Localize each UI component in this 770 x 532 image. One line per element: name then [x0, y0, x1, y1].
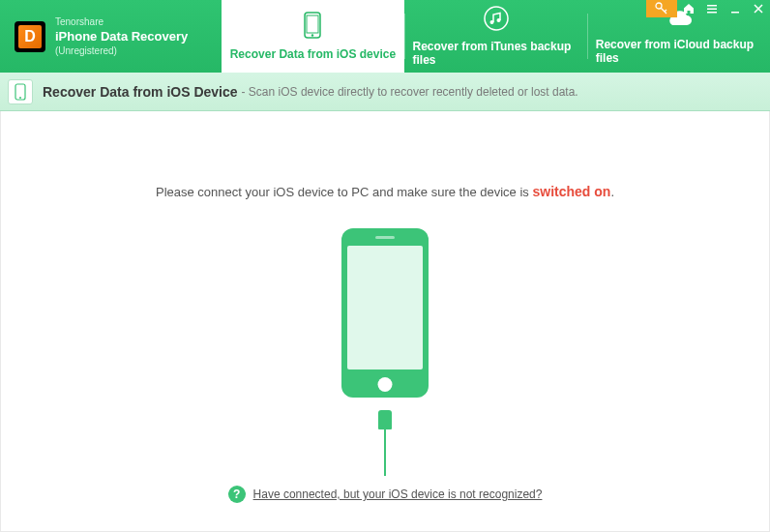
- svg-rect-8: [707, 9, 717, 11]
- svg-rect-9: [707, 12, 717, 14]
- minimize-button[interactable]: [724, 0, 747, 17]
- menu-button[interactable]: [700, 0, 724, 17]
- phone-icon: [303, 12, 322, 42]
- register-key-button[interactable]: [646, 0, 677, 17]
- phone-speaker: [375, 236, 395, 239]
- tab-recover-ios-device[interactable]: Recover Data from iOS device: [222, 0, 403, 73]
- svg-rect-10: [731, 12, 739, 14]
- key-icon: [655, 2, 668, 15]
- menu-icon: [706, 3, 718, 15]
- minimize-icon: [729, 3, 741, 15]
- brand-status: (Unregistered): [55, 45, 188, 56]
- cable-line: [384, 429, 386, 476]
- subheader-desc: - Scan iOS device directly to recover re…: [242, 85, 578, 99]
- brand-product: iPhone Data Recovery: [55, 29, 188, 44]
- main-wrap: Recover Data from iOS Device - Scan iOS …: [0, 73, 770, 532]
- svg-point-5: [496, 18, 500, 22]
- close-button[interactable]: [747, 0, 770, 17]
- close-icon: [753, 3, 764, 15]
- window-controls: [646, 0, 770, 17]
- brand-section: D Tenorshare iPhone Data Recovery (Unreg…: [0, 0, 222, 73]
- subheader: Recover Data from iOS Device - Scan iOS …: [0, 73, 770, 111]
- subheader-title: Recover Data from iOS Device: [43, 84, 238, 100]
- brand-company: Tenorshare: [55, 16, 188, 27]
- svg-rect-1: [307, 15, 318, 33]
- brand-logo-icon: D: [15, 21, 45, 52]
- brand-icon-letter: D: [18, 25, 42, 48]
- home-icon: [683, 3, 695, 15]
- tab-label: Recover Data from iOS device: [230, 47, 396, 61]
- cable-illustration: [378, 402, 392, 476]
- connect-msg-highlight: switched on: [532, 184, 610, 199]
- phone-body: [341, 228, 429, 398]
- svg-point-3: [485, 7, 508, 30]
- help-icon: ?: [228, 486, 246, 503]
- svg-point-12: [19, 97, 21, 99]
- footer-help: ? Have connected, but your iOS device is…: [0, 486, 770, 503]
- tab-recover-itunes-backup[interactable]: Recover from iTunes backup files: [405, 0, 587, 73]
- svg-point-2: [311, 34, 313, 36]
- tab-label: Recover from iTunes backup files: [413, 40, 579, 67]
- phone-illustration: [341, 228, 429, 476]
- svg-rect-7: [707, 5, 717, 7]
- connect-message: Please connect your iOS device to PC and…: [156, 184, 614, 199]
- phone-screen: [347, 246, 423, 369]
- phone-small-icon: [8, 79, 33, 104]
- content-area: Please connect your iOS device to PC and…: [0, 111, 770, 532]
- phone-home-button-icon: [378, 377, 393, 392]
- connect-msg-prefix: Please connect your iOS device to PC and…: [156, 185, 532, 199]
- cable-connector: [378, 410, 392, 429]
- home-button[interactable]: [677, 0, 700, 17]
- main-header: D Tenorshare iPhone Data Recovery (Unreg…: [0, 0, 770, 73]
- svg-point-4: [489, 20, 493, 24]
- music-note-icon: [484, 6, 509, 34]
- brand-text: Tenorshare iPhone Data Recovery (Unregis…: [55, 16, 188, 56]
- device-not-recognized-link[interactable]: Have connected, but your iOS device is n…: [253, 488, 543, 501]
- tab-label: Recover from iCloud backup files: [596, 38, 762, 65]
- connect-msg-suffix: .: [610, 185, 614, 199]
